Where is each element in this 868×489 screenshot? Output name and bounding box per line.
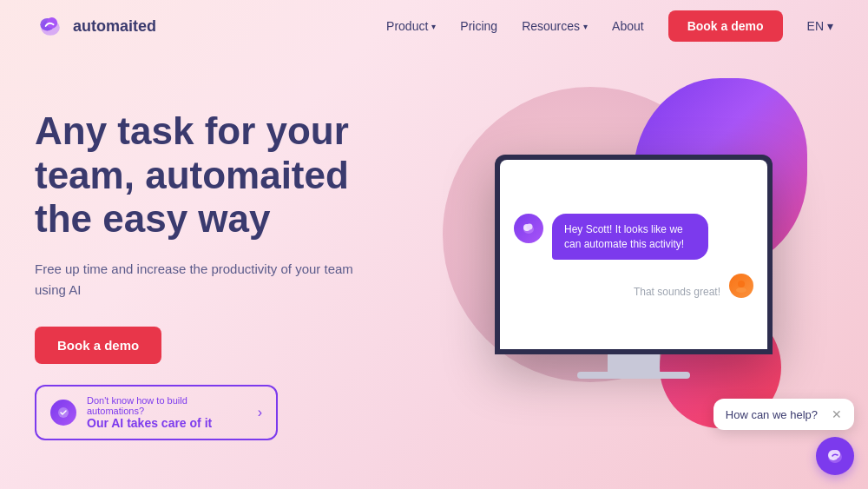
nav-pricing[interactable]: Pricing (460, 19, 497, 33)
logo[interactable]: automaited (35, 10, 156, 42)
ai-card-text: Don't know how to build automations? Our… (87, 395, 247, 430)
hero-book-demo-button[interactable]: Book a demo (35, 327, 161, 364)
lang-chevron-icon: ▾ (827, 19, 833, 33)
nav-links: Product ▾ Pricing Resources ▾ About Book… (386, 10, 833, 42)
ai-card-icon (50, 400, 76, 426)
lang-selector[interactable]: EN ▾ (807, 19, 833, 33)
product-chevron-icon: ▾ (431, 22, 436, 31)
stand-base (577, 372, 690, 379)
nav-book-demo-button[interactable]: Book a demo (668, 10, 783, 42)
chat-help-bubble: How can we help? ✕ (713, 399, 854, 430)
ai-card[interactable]: Don't know how to build automations? Our… (35, 385, 278, 440)
stand-neck (608, 354, 660, 372)
hero-subtitle: Free up time and increase the productivi… (35, 259, 365, 301)
monitor: Hey Scott! It looks like we can automate… (495, 155, 773, 354)
nav-product[interactable]: Product ▾ (386, 19, 436, 33)
bot-avatar (514, 214, 543, 243)
logo-text: automaited (73, 17, 156, 36)
hero-left: Any task for your team, automaited the e… (35, 109, 434, 440)
ai-card-arrow-icon: › (258, 405, 262, 420)
navbar: automaited Product ▾ Pricing Resources ▾… (0, 0, 868, 52)
user-avatar (729, 274, 753, 298)
chat-close-icon[interactable]: ✕ (832, 407, 842, 421)
monitor-container: Hey Scott! It looks like we can automate… (495, 155, 773, 379)
hero-title: Any task for your team, automaited the e… (35, 109, 434, 241)
monitor-screen: Hey Scott! It looks like we can automate… (500, 160, 767, 349)
svg-point-7 (738, 281, 745, 287)
chat-fab-button[interactable] (816, 437, 854, 475)
chat-user-message: That sounds great! (514, 274, 753, 298)
chat-widget: How can we help? ✕ (713, 399, 854, 475)
svg-point-6 (527, 223, 533, 229)
resources-chevron-icon: ▾ (583, 22, 588, 31)
chat-bot-message: Hey Scott! It looks like we can automate… (514, 214, 753, 261)
bot-bubble: Hey Scott! It looks like we can automate… (552, 214, 708, 261)
monitor-stand (495, 354, 773, 379)
logo-icon (35, 10, 66, 42)
svg-point-8 (736, 287, 746, 293)
nav-resources[interactable]: Resources ▾ (522, 19, 588, 33)
nav-about[interactable]: About (612, 19, 644, 33)
